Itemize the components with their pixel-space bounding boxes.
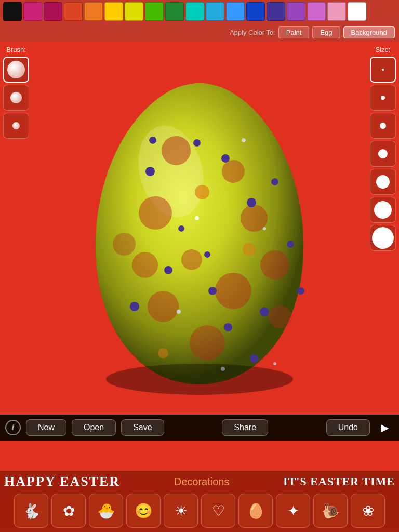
apply-color-bar: Apply Color To: Paint Egg Background [0,23,399,42]
color-swatch-16[interactable] [327,2,346,21]
sticker-flower2[interactable]: ❀ [351,494,385,528]
size-6[interactable] [370,197,396,223]
color-swatch-9[interactable] [185,2,204,21]
svg-point-28 [130,302,139,311]
svg-point-14 [113,233,136,256]
svg-point-23 [208,287,217,295]
svg-point-26 [224,323,232,331]
apply-background-button[interactable]: Background [343,26,395,38]
size-7[interactable] [370,225,396,251]
color-swatch-4[interactable] [84,2,103,21]
easter-time-text: IT'S EASTER TIME [283,475,395,488]
decorations-row: HaPPy EASTER Decorations IT'S EASTER TIM… [0,471,399,491]
svg-point-17 [158,348,168,358]
color-swatch-7[interactable] [145,2,164,21]
svg-point-29 [250,354,258,363]
sticker-sun[interactable]: ☀ [164,494,198,528]
svg-point-40 [106,364,293,395]
svg-point-3 [162,136,191,165]
color-swatch-14[interactable] [287,2,305,21]
sticker-face[interactable]: 😊 [126,494,161,528]
size-label: Size: [376,46,391,54]
color-swatch-1[interactable] [23,2,42,21]
color-swatch-5[interactable] [104,2,123,21]
svg-point-5 [139,196,172,230]
brush-panel: Brush: [3,46,29,139]
brush-medium[interactable] [3,85,29,111]
apply-color-label: Apply Color To: [230,29,275,36]
color-swatch-0[interactable] [3,2,22,21]
color-swatch-2[interactable] [44,2,62,21]
apply-egg-button[interactable]: Egg [312,26,340,38]
svg-point-36 [263,227,266,230]
info-button[interactable]: i [5,420,21,435]
svg-point-27 [287,241,294,248]
svg-point-12 [190,325,225,361]
happy-easter-text: HaPPy EASTER [4,474,120,489]
main-canvas-area: Brush: Size: [0,42,399,415]
svg-point-25 [145,167,155,176]
apply-paint-button[interactable]: Paint [278,26,310,38]
color-swatch-17[interactable] [348,2,366,21]
svg-point-16 [243,243,255,256]
svg-point-18 [193,139,201,147]
sticker-flower[interactable]: ✿ [51,494,86,528]
svg-point-39 [273,362,276,365]
svg-point-32 [149,137,156,144]
brush-label: Brush: [6,46,26,54]
svg-point-9 [148,291,179,322]
brush-large[interactable] [3,57,29,83]
color-swatch-8[interactable] [165,2,184,21]
svg-point-7 [181,249,202,270]
svg-point-15 [195,185,209,200]
sticker-snail[interactable]: 🐌 [313,494,348,528]
color-swatch-15[interactable] [307,2,326,21]
sticker-chick[interactable]: 🐣 [89,494,123,528]
size-5[interactable] [370,169,396,195]
color-swatch-12[interactable] [246,2,265,21]
egg-canvas[interactable] [72,68,327,402]
svg-point-35 [177,310,181,314]
share-button[interactable]: Share [222,419,268,436]
svg-point-21 [247,198,256,207]
play-button[interactable]: ▶ [375,418,394,437]
sticker-bunny[interactable]: 🐇 [14,494,48,528]
toolbar: i New Open Save Share Undo ▶ [0,415,399,441]
svg-point-34 [242,138,246,142]
sticker-egg-character[interactable]: 🥚 [238,494,273,528]
svg-point-30 [204,251,210,258]
size-1[interactable] [370,57,396,83]
color-swatch-3[interactable] [64,2,83,21]
svg-point-11 [132,252,158,278]
svg-point-22 [178,225,184,232]
sticker-heart[interactable]: ♡ [201,494,235,528]
color-swatch-13[interactable] [267,2,285,21]
decorations-label[interactable]: Decorations [123,476,280,488]
open-button[interactable]: Open [72,419,116,436]
svg-point-24 [271,178,278,185]
color-swatch-10[interactable] [206,2,224,21]
size-4[interactable] [370,141,396,167]
svg-point-4 [222,160,245,183]
sticker-star[interactable]: ✦ [276,494,310,528]
size-2[interactable] [370,85,396,111]
svg-point-10 [260,250,289,280]
color-swatch-11[interactable] [226,2,245,21]
svg-point-13 [269,305,291,328]
size-3[interactable] [370,113,396,139]
undo-button[interactable]: Undo [326,419,370,436]
sticker-row: 🐇✿🐣😊☀♡🥚✦🐌❀ [0,491,399,532]
new-button[interactable]: New [26,419,66,436]
size-panel: Size: [370,46,396,251]
svg-point-19 [164,266,172,274]
save-button[interactable]: Save [121,419,164,436]
svg-point-20 [221,154,230,163]
svg-point-33 [260,307,269,316]
color-swatch-6[interactable] [125,2,143,21]
color-palette [0,0,399,23]
svg-point-31 [297,287,304,295]
svg-point-8 [215,273,251,309]
bottom-bar: HaPPy EASTER Decorations IT'S EASTER TIM… [0,471,399,532]
svg-point-38 [195,216,199,220]
brush-small[interactable] [3,113,29,139]
